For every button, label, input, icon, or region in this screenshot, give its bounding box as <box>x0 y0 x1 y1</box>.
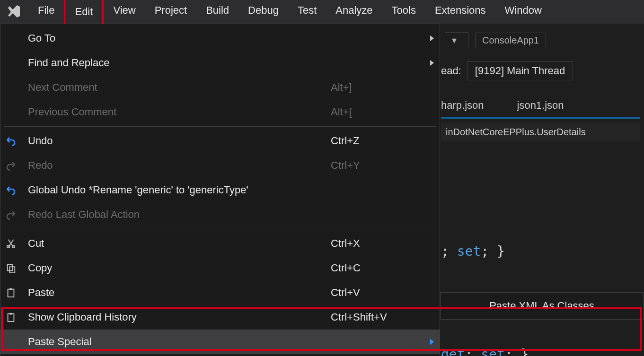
menu-item-paste[interactable]: PasteCtrl+V <box>0 280 440 305</box>
menu-item-label: Paste Special <box>21 336 331 348</box>
submenu-arrow-icon <box>425 60 440 66</box>
svg-rect-5 <box>9 288 12 290</box>
menu-item-find-and-replace[interactable]: Find and Replace <box>0 51 440 75</box>
combo-project-text: ConsoleApp1 <box>482 35 539 46</box>
svg-rect-4 <box>8 289 14 297</box>
tab-1[interactable]: harp.json <box>441 99 484 112</box>
copy-icon <box>0 263 21 273</box>
thread-value-box[interactable]: [9192] Main Thread <box>467 61 573 80</box>
svg-rect-2 <box>8 265 13 271</box>
menu-item-label: Next Comment <box>21 81 331 94</box>
menu-separator <box>4 229 436 229</box>
submenu-arrow-icon <box>425 339 440 345</box>
svg-rect-7 <box>9 313 12 315</box>
tab-2[interactable]: json1.json <box>517 99 564 112</box>
redo-icon <box>0 160 21 171</box>
menu-item-previous-comment: Previous CommentAlt+[ <box>0 100 440 124</box>
menubar-item-analyze[interactable]: Analyze <box>326 0 382 25</box>
toolbar-combos: ▾ ConsoleApp1 <box>445 32 546 48</box>
menu-item-shortcut: Ctrl+Y <box>331 159 425 172</box>
edit-menu-dropdown: Go ToFind and ReplaceNext CommentAlt+]Pr… <box>0 24 440 356</box>
menu-item-undo[interactable]: UndoCtrl+Z <box>0 129 440 153</box>
menu-item-shortcut: Ctrl+Shift+V <box>331 311 425 323</box>
menu-item-shortcut: Ctrl+C <box>331 262 425 274</box>
menu-item-shortcut: Alt+] <box>331 81 425 94</box>
menubar-item-file[interactable]: File <box>28 0 64 25</box>
submenu-arrow-icon <box>425 35 440 41</box>
svg-point-1 <box>12 245 15 248</box>
menu-item-label: Paste <box>21 287 331 299</box>
combo-project[interactable]: ConsoleApp1 <box>475 33 546 48</box>
menubar-item-debug[interactable]: Debug <box>238 0 288 25</box>
menu-item-next-comment: Next CommentAlt+] <box>0 75 440 100</box>
menu-item-label: Redo Last Global Action <box>21 208 331 221</box>
combo-empty[interactable]: ▾ <box>445 32 468 48</box>
menu-separator <box>4 126 436 127</box>
menubar-item-project[interactable]: Project <box>145 0 196 25</box>
menu-item-redo-last-global-action: Redo Last Global Action <box>0 202 440 227</box>
menu-item-show-clipboard-history[interactable]: Show Clipboard HistoryCtrl+Shift+V <box>0 305 440 330</box>
menu-item-label: Global Undo *Rename 'generic' to 'generi… <box>21 184 331 196</box>
vs-logo-icon <box>6 3 23 20</box>
menu-item-redo: RedoCtrl+Y <box>0 153 440 178</box>
menu-item-label: Redo <box>21 159 331 172</box>
menu-item-label: Previous Comment <box>21 106 331 118</box>
menubar-item-tools[interactable]: Tools <box>382 0 425 25</box>
menubar-item-test[interactable]: Test <box>288 0 326 25</box>
menubar-item-edit[interactable]: Edit <box>64 0 104 25</box>
code-editor[interactable]: ; set; } get; set; } <box>441 165 529 356</box>
breadcrumb[interactable]: inDotNetCoreEPPlus.UserDetails <box>441 123 640 141</box>
svg-rect-6 <box>8 314 14 322</box>
chevron-down-icon: ▾ <box>452 35 457 46</box>
menu-item-paste-special[interactable]: Paste Special <box>0 330 440 354</box>
menu-item-shortcut: Ctrl+X <box>331 237 425 250</box>
menu-item-label: Undo <box>21 135 331 147</box>
svg-point-0 <box>7 245 10 248</box>
thread-label: ead: <box>441 65 461 77</box>
thread-value: [9192] Main Thread <box>475 65 565 77</box>
menu-item-paste-xml-as-classes[interactable]: Paste XML As Classes <box>441 293 643 319</box>
redo-icon <box>0 209 21 220</box>
document-tabs: harp.json json1.json <box>441 99 640 119</box>
code-line-2: get; set; } <box>441 338 529 356</box>
thread-selector: ead: [9192] Main Thread <box>441 61 573 80</box>
menu-item-label: Find and Replace <box>21 57 331 69</box>
menu-item-cut[interactable]: CutCtrl+X <box>0 231 440 256</box>
menu-item-shortcut: Alt+[ <box>331 106 425 118</box>
cut-icon <box>0 238 21 249</box>
menu-item-label: Show Clipboard History <box>21 311 331 323</box>
menubar-item-window[interactable]: Window <box>495 0 551 25</box>
code-line-1: ; set; } <box>441 234 529 269</box>
menubar-item-extensions[interactable]: Extensions <box>425 0 495 25</box>
paste-icon <box>0 287 21 298</box>
menu-item-label: Copy <box>21 262 331 274</box>
undo-icon <box>0 184 21 196</box>
menu-item-label: Go To <box>21 32 331 44</box>
menu-item-shortcut: Ctrl+V <box>331 287 425 299</box>
menu-item-go-to[interactable]: Go To <box>0 26 440 51</box>
menu-item-label: Cut <box>21 237 331 250</box>
menubar-item-view[interactable]: View <box>104 0 145 25</box>
undo-icon <box>0 135 21 147</box>
submenu-item-label: Paste XML As Classes <box>441 300 643 312</box>
menu-item-global-undo-rename-generic-to-generictyp[interactable]: Global Undo *Rename 'generic' to 'generi… <box>0 178 440 202</box>
menubar: FileEditViewProjectBuildDebugTestAnalyze… <box>0 0 644 24</box>
menu-item-copy[interactable]: CopyCtrl+C <box>0 256 440 280</box>
paste-special-submenu: Paste XML As Classes <box>440 292 644 320</box>
menu-item-shortcut: Ctrl+Z <box>331 135 425 147</box>
menubar-item-build[interactable]: Build <box>196 0 238 25</box>
breadcrumb-text: inDotNetCoreEPPlus.UserDetails <box>446 127 586 137</box>
paste-icon <box>0 312 21 322</box>
